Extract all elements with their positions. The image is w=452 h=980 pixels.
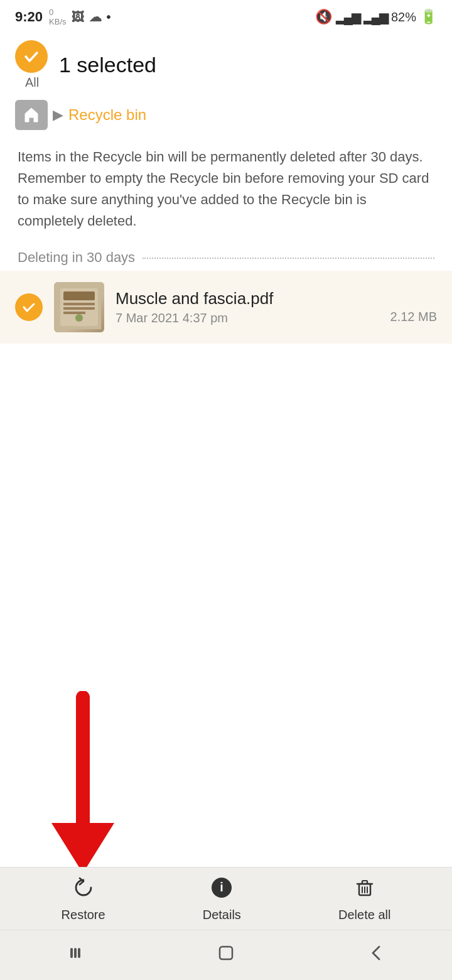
svg-rect-19: [78, 948, 80, 958]
file-thumbnail: [54, 282, 104, 332]
section-label-row: Deleting in 30 days: [0, 239, 452, 271]
restore-label: Restore: [62, 908, 105, 922]
selected-title: 1 selected: [59, 53, 156, 77]
file-check-icon: [21, 300, 36, 315]
all-label: All: [24, 74, 39, 90]
file-info: Muscle and fascia.pdf 7 Mar 2021 4:37 pm…: [116, 289, 437, 325]
photo-icon: 🖼: [72, 10, 84, 24]
file-meta-row: 7 Mar 2021 4:37 pm 2.12 MB: [116, 308, 437, 325]
status-bar: 9:20 0KB/s 🖼 ☁ • 🔇 ▂▄▆ ▂▄▆ 82% 🔋: [0, 0, 452, 33]
trash-icon: [353, 876, 376, 904]
pdf-thumbnail-image: [57, 285, 101, 329]
back-nav-button[interactable]: [367, 943, 387, 967]
svg-point-6: [75, 314, 83, 322]
signal-icon-2: ▂▄▆: [363, 9, 387, 24]
header-row: All 1 selected: [0, 33, 452, 95]
info-text-content: Items in the Recycle bin will be permane…: [18, 149, 429, 229]
details-label: Details: [203, 908, 241, 922]
bottom-action-bar: Restore i Details Delete all: [0, 867, 452, 930]
svg-rect-13: [362, 881, 367, 884]
svg-rect-18: [74, 948, 77, 958]
breadcrumb: ▶ Recycle bin: [0, 95, 452, 135]
file-name: Muscle and fascia.pdf: [116, 289, 437, 308]
notification-dot: •: [107, 10, 111, 24]
file-size: 2.12 MB: [390, 310, 437, 324]
section-label: Deleting in 30 days: [18, 249, 135, 266]
restore-svg-icon: [72, 876, 95, 899]
home-nav-button[interactable]: [216, 943, 236, 967]
menu-lines-icon: [65, 943, 85, 963]
restore-icon: [72, 876, 95, 904]
home-icon-button[interactable]: [15, 100, 48, 130]
svg-rect-5: [63, 312, 85, 314]
svg-rect-3: [63, 303, 95, 305]
file-item[interactable]: Muscle and fascia.pdf 7 Mar 2021 4:37 pm…: [0, 271, 452, 344]
svg-rect-17: [70, 948, 73, 958]
info-svg-icon: i: [210, 876, 233, 899]
info-text: Items in the Recycle bin will be permane…: [0, 135, 452, 239]
info-icon: i: [210, 876, 233, 904]
svg-rect-20: [220, 947, 232, 959]
status-time: 9:20 0KB/s 🖼 ☁ •: [15, 8, 111, 26]
cloud-icon: ☁: [89, 9, 102, 24]
time-display: 9:20: [15, 9, 43, 25]
home-icon: [21, 105, 41, 125]
delete-all-button[interactable]: Delete all: [338, 876, 390, 922]
svg-rect-4: [63, 307, 95, 310]
recycle-bin-label[interactable]: Recycle bin: [68, 106, 146, 124]
svg-marker-8: [51, 823, 114, 873]
battery-display: 82%: [391, 10, 416, 24]
svg-text:i: i: [220, 880, 224, 894]
menu-nav-icon[interactable]: [65, 943, 85, 967]
select-all-button[interactable]: [15, 40, 48, 73]
delete-all-label: Delete all: [338, 908, 390, 922]
file-checkbox[interactable]: [15, 293, 43, 321]
annotation-arrow: [33, 691, 133, 879]
mute-icon: 🔇: [315, 9, 332, 25]
back-icon: [367, 943, 387, 963]
home-nav-icon: [216, 943, 236, 963]
file-date: 7 Mar 2021 4:37 pm: [116, 311, 228, 325]
restore-button[interactable]: Restore: [62, 876, 105, 922]
details-button[interactable]: i Details: [203, 876, 241, 922]
status-icons: 🔇 ▂▄▆ ▂▄▆ 82% 🔋: [315, 9, 437, 25]
checkmark-icon: [23, 48, 40, 65]
nav-bar: [0, 930, 452, 980]
trash-svg-icon: [353, 876, 376, 899]
battery-icon: 🔋: [420, 9, 437, 25]
breadcrumb-chevron: ▶: [53, 107, 63, 123]
dotted-divider: [143, 258, 434, 259]
svg-rect-2: [63, 291, 95, 300]
signal-icon: ▂▄▆: [336, 9, 360, 24]
kb-indicator: 0KB/s: [49, 8, 66, 26]
